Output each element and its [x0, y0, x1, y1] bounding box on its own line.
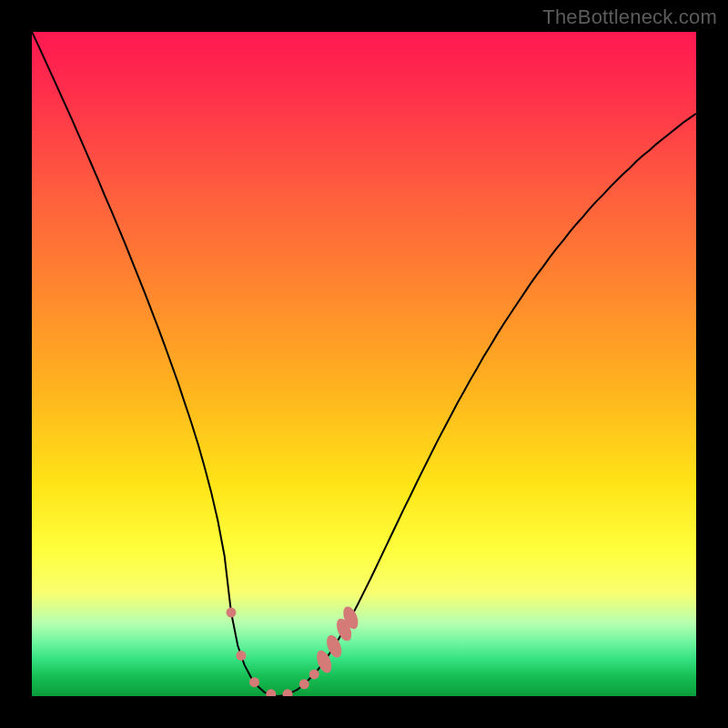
annotation-blob: [340, 604, 361, 631]
annotation-dot: [236, 651, 246, 661]
curve-svg: [32, 32, 696, 696]
annotation-dot: [227, 608, 237, 618]
annotation-dot: [266, 689, 276, 696]
watermark-label: TheBottleneck.com: [542, 5, 717, 29]
plot-area: [32, 32, 696, 696]
annotation-dot: [249, 677, 259, 687]
annotation-dot: [283, 689, 293, 696]
annotation-blob: [324, 633, 345, 660]
annotation-blob: [314, 648, 335, 674]
annotation-dot: [299, 679, 309, 689]
annotation-dot: [309, 669, 319, 679]
annotation-blob: [334, 616, 355, 642]
chart-frame: TheBottleneck.com: [0, 0, 728, 728]
annotation-layer: [227, 604, 361, 696]
bottleneck-curve: [32, 32, 696, 696]
